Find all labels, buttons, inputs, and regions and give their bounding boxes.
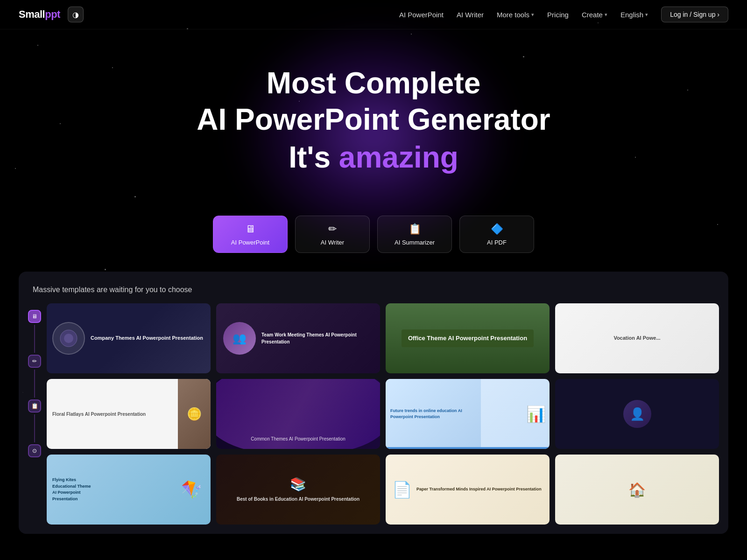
nav-language[interactable]: English ▾ (620, 11, 648, 19)
svg-point-1 (64, 334, 73, 343)
template-card-office[interactable]: Office Theme AI Powerpoint Presentation (386, 303, 550, 373)
nav-more-tools[interactable]: More tools ▾ (497, 11, 534, 19)
floral-right: 🪙 (178, 379, 211, 449)
common-card-title: Common Themes AI Powerpoint Presentation (251, 436, 345, 441)
templates-section-title: Massive templates are waiting for you to… (28, 286, 719, 294)
sidebar-dot-1[interactable]: 🖥 (28, 310, 41, 323)
template-card-company[interactable]: Company Themes AI Powerpoint Presentatio… (47, 303, 211, 373)
summarizer-icon: 📋 (409, 223, 421, 235)
tab-ai-writer[interactable]: ✏ AI Writer (295, 216, 370, 253)
powerpoint-icon: 🖥 (245, 223, 255, 235)
nav-create[interactable]: Create ▾ (582, 11, 607, 19)
theme-toggle-button[interactable]: ◑ (68, 7, 84, 22)
nav-links: AI PowerPoint AI Writer More tools ▾ Pri… (399, 11, 648, 19)
future-card-title: Future trends in online education AI Pow… (390, 408, 476, 420)
tab-ai-powerpoint[interactable]: 🖥 AI PowerPoint (213, 216, 288, 253)
team-circle-icon: 👥 (223, 322, 256, 355)
chevron-down-icon: ▾ (645, 12, 648, 18)
books-card-title: Best of Books in Education AI Powerpoint… (237, 496, 359, 503)
templates-grid-wrapper: Company Themes AI Powerpoint Presentatio… (47, 303, 719, 525)
template-card-books[interactable]: 📚 Best of Books in Education AI Powerpoi… (216, 455, 380, 525)
login-signup-button[interactable]: Log in / Sign up › (661, 7, 728, 22)
floral-left: Floral Flatlays AI Powerpoint Presentati… (47, 379, 178, 449)
template-card-partial-dark[interactable]: 👤 (555, 379, 719, 449)
template-card-paper[interactable]: 📄 Paper Transformed Minds Inspired AI Po… (386, 455, 550, 525)
hero-title-line3: It's amazing (0, 141, 747, 174)
sidebar-dot-item-1: 🖥 (28, 308, 41, 353)
hero-title-line2: AI PowerPoint Generator (0, 103, 747, 136)
vocation-card-title: Vocation AI Powe... (613, 335, 660, 342)
hero-amazing-text: amazing (339, 140, 458, 174)
template-card-vocation[interactable]: Vocation AI Powe... (555, 303, 719, 373)
sidebar-dot-item-3: 📋 (28, 398, 41, 442)
hero-title-line1: Most Complete (0, 67, 747, 99)
tab-ai-pdf-label: AI PDF (487, 239, 507, 246)
future-icon: 📊 (526, 405, 546, 423)
sidebar-line-3 (34, 414, 35, 442)
floral-icon: 🪙 (187, 407, 202, 421)
chevron-down-icon: ▾ (605, 12, 607, 18)
sidebar-dots: 🖥 ✏ 📋 ⊙ (28, 303, 41, 525)
sidebar-dot-3[interactable]: 📋 (28, 399, 41, 413)
sidebar-dot-2[interactable]: ✏ (28, 355, 41, 368)
floral-card-title: Floral Flatlays AI Powerpoint Presentati… (52, 411, 172, 418)
sidebar-line-2 (34, 370, 35, 398)
tab-ai-summarizer[interactable]: 📋 AI Summarizer (377, 216, 452, 253)
sidebar-dot-4[interactable]: ⊙ (28, 444, 41, 457)
team-card-title: Team Work Meeting Themes AI Powerpoint P… (256, 331, 380, 345)
chevron-down-icon: ▾ (531, 12, 534, 18)
paper-card-title: Paper Transformed Minds Inspired AI Powe… (416, 486, 542, 493)
template-card-future[interactable]: Future trends in online education AI Pow… (386, 379, 550, 449)
writer-icon: ✏ (328, 223, 337, 235)
books-icon: 📚 (290, 476, 306, 492)
partial-right-icon: 🏠 (628, 482, 646, 498)
templates-layout: 🖥 ✏ 📋 ⊙ (28, 303, 719, 525)
hero-section: Most Complete AI PowerPoint Generator It… (0, 29, 747, 192)
template-card-floral[interactable]: Floral Flatlays AI Powerpoint Presentati… (47, 379, 211, 449)
sidebar-dot-item-4: ⊙ (28, 442, 41, 459)
nav-pricing[interactable]: Pricing (547, 11, 569, 19)
pdf-icon: 🔷 (491, 223, 503, 235)
tab-ai-pdf[interactable]: 🔷 AI PDF (459, 216, 534, 253)
future-bar (386, 447, 550, 449)
company-circle-icon (52, 322, 85, 355)
nav-ai-writer[interactable]: AI Writer (457, 11, 484, 19)
tabs-container: 🖥 AI PowerPoint ✏ AI Writer 📋 AI Summari… (0, 216, 747, 253)
template-card-flying[interactable]: Flying Kites Educational Theme AI Powerp… (47, 455, 211, 525)
sidebar-dot-item-2: ✏ (28, 353, 41, 398)
future-left: Future trends in online education AI Pow… (386, 379, 481, 449)
tab-ai-powerpoint-label: AI PowerPoint (231, 239, 269, 246)
nav-ai-powerpoint[interactable]: AI PowerPoint (399, 11, 444, 19)
logo[interactable]: Smallppt (19, 8, 60, 21)
tab-ai-writer-label: AI Writer (321, 239, 344, 246)
tab-ai-summarizer-label: AI Summarizer (395, 239, 435, 246)
company-card-title: Company Themes AI Powerpoint Presentatio… (91, 335, 203, 342)
templates-section: Massive templates are waiting for you to… (19, 272, 728, 534)
office-card-title: Office Theme AI Powerpoint Presentation (402, 329, 534, 347)
flying-card-title: Flying Kites Educational Theme AI Powerp… (52, 477, 94, 502)
paper-icon: 📄 (392, 480, 412, 499)
sidebar-line-1 (34, 325, 35, 353)
templates-grid: Company Themes AI Powerpoint Presentatio… (47, 303, 719, 525)
flying-icon: 🪁 (181, 480, 202, 499)
template-card-common[interactable]: Common Themes AI Powerpoint Presentation (216, 379, 380, 449)
partial-dark-icon: 👤 (623, 400, 651, 428)
navbar: Smallppt ◑ AI PowerPoint AI Writer More … (0, 0, 747, 29)
template-card-partial-right[interactable]: 🏠 (555, 455, 719, 525)
template-card-team[interactable]: 👥 Team Work Meeting Themes AI Powerpoint… (216, 303, 380, 373)
